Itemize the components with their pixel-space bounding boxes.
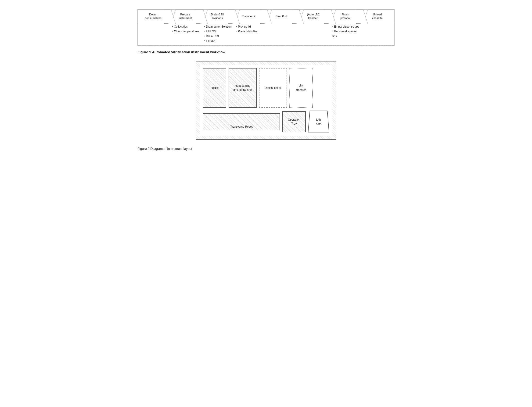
workflow-detail-finish: Empty dispense tipsRemove dispense tips	[330, 23, 362, 44]
workflow-detail-transfer: Pick up lidPlace lid on Pod	[234, 23, 266, 44]
workflow-step-label-finish: Finishprotocol	[340, 13, 350, 20]
fluidics-module: Fluidics	[203, 68, 226, 108]
ln2-bath-word: bath	[316, 123, 321, 126]
detail-list-item: Drain ES3	[204, 34, 232, 39]
workflow-step-label-drain: Drain & fillsolutions	[211, 13, 224, 20]
figure1-caption: Figure 1 Automated vitrification instrum…	[137, 50, 395, 54]
page-content: DetectconsumablesPrepareinstrumentDrain …	[137, 9, 395, 150]
workflow-detail-seal	[266, 23, 298, 44]
ln2-bath-module: LN2bath	[308, 110, 329, 133]
ln2-bath-label: LN2bath	[316, 117, 321, 126]
workflow-step-label-transfer: Transfer lid	[243, 15, 256, 18]
workflow-step-label-prepare: Prepareinstrument	[179, 13, 192, 20]
detail-list-finish: Empty dispense tipsRemove dispense tips	[332, 24, 360, 39]
workflow-diagram: DetectconsumablesPrepareinstrumentDrain …	[137, 9, 395, 46]
fluidics-label: Fluidics	[210, 86, 219, 90]
diagram-section: Fluidics Heat sealing and lid transfer O…	[137, 61, 395, 140]
diagram-top-row: Fluidics Heat sealing and lid transfer O…	[203, 68, 329, 108]
workflow-detail-autoln2	[298, 23, 330, 44]
workflow-details-row: Collect tipsCheck temperaturesDrain buff…	[138, 23, 394, 44]
workflow-step-label-detect: Detectconsumables	[145, 13, 162, 20]
detail-list-transfer: Pick up lidPlace lid on Pod	[236, 24, 264, 34]
detail-list-item: Empty dispense tips	[332, 24, 360, 29]
workflow-detail-unload	[362, 23, 394, 44]
heat-sealing-module: Heat sealing and lid transfer	[229, 68, 257, 108]
detail-list-drain: Drain buffer SolutionFill ES3Drain ES3Fi…	[204, 24, 232, 43]
detail-list-item: Check temperatures	[172, 29, 200, 34]
transverse-robot-label: Transverse Robot	[230, 125, 253, 128]
workflow-arrow-row: DetectconsumablesPrepareinstrumentDrain …	[138, 10, 394, 23]
detail-list-item: Pick up lid	[236, 24, 264, 29]
workflow-step-label-autoln2: (Auto LN2transfer)	[307, 13, 320, 20]
workflow-step-detect: Detectconsumables	[138, 10, 170, 23]
operation-tray-module: Operation Tray	[282, 111, 306, 132]
workflow-detail-detect	[138, 23, 170, 44]
detail-list-prepare: Collect tipsCheck temperatures	[172, 24, 200, 34]
operation-tray-label: Operation Tray	[288, 118, 300, 126]
optical-check-label: Optical check	[265, 86, 282, 90]
workflow-detail-prepare: Collect tipsCheck temperatures	[170, 23, 202, 44]
workflow-step-label-unload: Unloadcassette	[372, 13, 383, 20]
detail-list-item: Remove dispense tips	[332, 29, 360, 39]
workflow-step-label-seal: Seal Pod	[276, 15, 287, 18]
detail-list-item: Place lid on Pod	[236, 29, 264, 34]
detail-list-item: Fill ES3	[204, 29, 232, 34]
detail-list-item: Drain buffer Solution	[204, 24, 232, 29]
transverse-robot-module: Transverse Robot	[203, 113, 280, 130]
diagram-bottom-row: Transverse Robot Operation Tray LN2bath	[203, 110, 329, 133]
detail-list-item: Fill VS4	[204, 39, 232, 43]
diagram-outer: Fluidics Heat sealing and lid transfer O…	[196, 61, 336, 140]
ln2-transfer-module: LN2transfer	[289, 68, 313, 108]
workflow-detail-drain: Drain buffer SolutionFill ES3Drain ES3Fi…	[202, 23, 234, 44]
optical-check-module: Optical check	[259, 68, 287, 108]
diagram-inner: Fluidics Heat sealing and lid transfer O…	[200, 65, 332, 136]
heat-sealing-label: Heat sealing and lid transfer	[233, 84, 252, 92]
ln2-transfer-label: LN2transfer	[296, 84, 306, 92]
figure2-caption: Figure 2 Diagram of instrument layout	[137, 147, 395, 150]
detail-list-item: Collect tips	[172, 24, 200, 29]
